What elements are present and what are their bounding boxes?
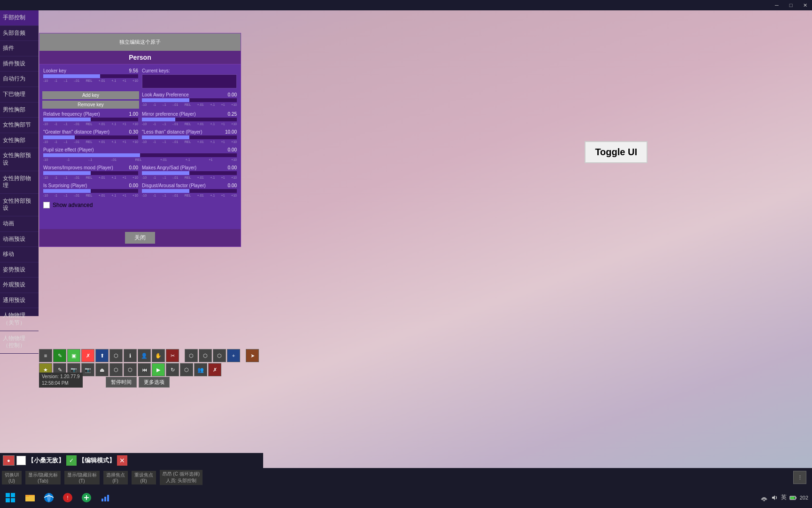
toolbar-delete-btn[interactable]: ✗ <box>81 349 94 362</box>
mode-close-button[interactable]: ✕ <box>117 455 127 466</box>
close-btn-row: 关闭 <box>39 229 241 246</box>
toolbar-extra1-btn[interactable]: ⬡ <box>185 349 198 362</box>
toolbar-select-btn[interactable]: ▣ <box>67 349 80 362</box>
hint-show-hide-cursor[interactable]: 显示/隐藏光标(Tab) <box>25 471 61 484</box>
angry-sad-slider[interactable] <box>142 171 237 175</box>
look-away-fill <box>142 98 189 102</box>
toolbar-cut-btn[interactable]: ✂ <box>166 349 179 362</box>
add-key-button[interactable]: Add key <box>42 91 139 99</box>
toolbar-edit-btn[interactable]: ✎ <box>53 349 66 362</box>
toolbar-play-btn[interactable]: ▶ <box>152 363 165 376</box>
toolbar-extra2-btn[interactable]: ⬡ <box>199 349 212 362</box>
taskbar-red-icon[interactable]: ! <box>59 489 76 506</box>
hints-expand-btn[interactable]: ⋮ <box>793 471 806 484</box>
sidebar-item-plugin[interactable]: 插件 <box>0 41 39 56</box>
close-button[interactable]: 关闭 <box>125 232 155 244</box>
svg-rect-13 <box>102 499 103 501</box>
taskbar-start-button[interactable] <box>0 487 21 508</box>
toolbar-close2-btn[interactable]: ✗ <box>208 363 221 376</box>
toolbar-menu-btn[interactable]: ≡ <box>39 349 52 362</box>
toolbar-users-btn[interactable]: 👥 <box>194 363 207 376</box>
toolbar-person-btn[interactable]: 👤 <box>138 349 151 362</box>
pupil-size-fill <box>43 153 140 157</box>
pupil-size-slider[interactable] <box>43 153 237 157</box>
hint-toggle-ui[interactable]: 切换UI(U) <box>2 471 22 484</box>
mode-checkmark-button[interactable]: ✓ <box>66 455 77 466</box>
toolbar-eject-btn[interactable]: ⏏ <box>95 363 109 376</box>
toolbar-hex3-btn[interactable]: ⬡ <box>124 363 137 376</box>
toggle-ui-button[interactable]: Toggle UI <box>585 141 648 163</box>
toolbar-arrow-btn[interactable]: ➤ <box>246 349 259 362</box>
sidebar-item-hand-control[interactable]: 手部控制 <box>0 10 39 26</box>
svg-rect-0 <box>6 493 10 497</box>
taskbar-chart-icon[interactable] <box>97 489 114 506</box>
taskbar-file-explorer[interactable] <box>22 489 39 506</box>
looker-key-label: Looker key 9.56 <box>43 68 138 73</box>
sidebar-item-jaw-physics[interactable]: 下巴物理 <box>0 87 39 103</box>
toolbar-prev-btn[interactable]: ⏮ <box>138 363 151 376</box>
toolbar-upload-btn[interactable]: ⬆ <box>95 349 109 362</box>
hint-cycle[interactable]: 昂昂 (C 循环选择)人员: 头部控制 <box>160 470 203 485</box>
toolbar-extra4-btn[interactable]: + <box>227 349 240 362</box>
taskbar-browser[interactable] <box>40 489 57 506</box>
greater-dist-slider[interactable] <box>43 135 138 139</box>
relative-freq-slider[interactable] <box>43 118 138 121</box>
sidebar-item-move[interactable]: 移动 <box>0 247 39 262</box>
hint-select-focus[interactable]: 选择焦点(F) <box>103 471 128 484</box>
sidebar-item-animation-preset[interactable]: 动画预设 <box>0 232 39 247</box>
minimize-button[interactable]: ─ <box>770 0 784 10</box>
relative-freq-fill <box>43 118 91 121</box>
more-options-button[interactable]: 更多选项 <box>139 377 170 388</box>
show-advanced-checkbox[interactable] <box>43 202 50 208</box>
disgust-slider[interactable] <box>142 189 237 193</box>
maximize-button[interactable]: □ <box>784 0 798 10</box>
sidebar: 手部控制 头部音频 插件 插件预设 自动行为 下巴物理 男性胸部 女性胸部节 女… <box>0 10 39 316</box>
mood-slider[interactable] <box>43 171 138 175</box>
remove-key-button[interactable]: Remove key <box>42 101 139 109</box>
mood-label: Worsens/Improves mood (Player) 0.00 <box>43 165 138 170</box>
sidebar-item-person-physics-joint[interactable]: 人物物理（关节） <box>0 308 39 331</box>
toolbar-hex2-btn[interactable]: ⬡ <box>109 363 123 376</box>
sidebar-item-female-hip-preset[interactable]: 女性胯部预设 <box>0 194 39 216</box>
sidebar-item-plugin-preset[interactable]: 插件预设 <box>0 56 39 72</box>
person-name-label: 【小桑无敌】 <box>28 456 64 465</box>
sidebar-item-female-breast[interactable]: 女性胸部 <box>0 133 39 149</box>
hint-reset-focus[interactable]: 重设焦点(R) <box>132 471 156 484</box>
close-window-button[interactable]: ✕ <box>798 0 812 10</box>
less-dist-slider[interactable] <box>142 135 237 139</box>
sidebar-item-head-audio[interactable]: 头部音频 <box>0 26 39 41</box>
sidebar-item-auto-behavior[interactable]: 自动行为 <box>0 71 39 87</box>
toolbar-move-btn[interactable]: ⬡ <box>180 363 193 376</box>
sidebar-item-pose-preset[interactable]: 姿势预设 <box>0 262 39 278</box>
sidebar-item-female-breast-preset[interactable]: 女性胸部预设 <box>0 148 39 171</box>
sidebar-item-animation[interactable]: 动画 <box>0 216 39 232</box>
pause-time-button[interactable]: 暂停时间 <box>106 377 137 388</box>
looker-key-slider-container <box>43 74 138 78</box>
toolbar-cam2-btn[interactable]: 📷 <box>81 363 94 376</box>
svg-rect-2 <box>6 498 10 502</box>
edit-atom-button[interactable]: 独立编辑这个原子 <box>115 37 165 48</box>
toolbar-info-btn[interactable]: ℹ <box>124 349 137 362</box>
look-away-label: Look Away Preference 0.00 <box>142 92 237 97</box>
sidebar-item-female-hip-physics[interactable]: 女性胯部物理 <box>0 171 39 194</box>
look-away-ticks: -10-1-.1-.01REL+.01+.1+1+10 <box>142 103 237 106</box>
mode-checkbox[interactable] <box>16 456 26 465</box>
toolbar-hex-btn[interactable]: ⬡ <box>109 349 123 362</box>
surprising-slider[interactable] <box>43 189 138 193</box>
sidebar-item-person-physics-control[interactable]: 人物物理（控制） <box>0 331 39 354</box>
toolbar-hand-btn[interactable]: ✋ <box>152 349 165 362</box>
sidebar-item-appearance-preset[interactable]: 外观预设 <box>0 278 39 293</box>
toolbar-extra3-btn[interactable]: ⬡ <box>213 349 226 362</box>
sidebar-item-male-chest[interactable]: 男性胸部 <box>0 103 39 118</box>
taskbar-game-icon[interactable] <box>78 489 95 506</box>
pupil-size-ticks: -10-1-.1-.01REL+.01+.1+1+10 <box>43 158 237 161</box>
look-away-slider[interactable] <box>142 98 237 102</box>
surprising-fill <box>43 189 91 193</box>
toolbar-refresh-btn[interactable]: ↻ <box>166 363 179 376</box>
mode-off-button[interactable]: ● <box>3 455 15 466</box>
sidebar-item-general-preset[interactable]: 通用预设 <box>0 293 39 309</box>
sidebar-item-female-breast-section[interactable]: 女性胸部节 <box>0 118 39 133</box>
show-advanced-row: Show advanced <box>42 200 238 210</box>
hint-show-hide-target[interactable]: 显示/隐藏目标(T) <box>64 471 100 484</box>
mirror-pref-slider[interactable] <box>142 118 237 121</box>
